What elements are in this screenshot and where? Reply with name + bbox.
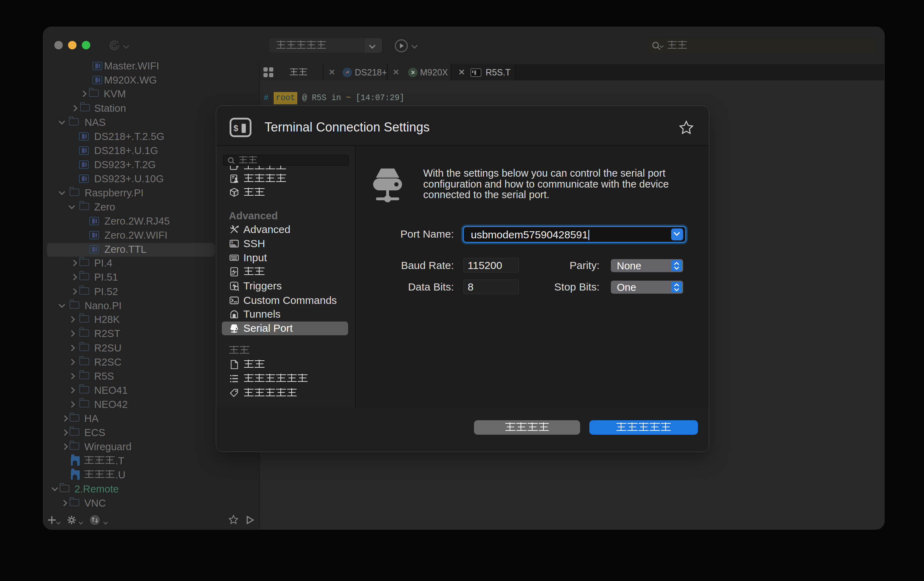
svg-text:$: $ bbox=[231, 240, 233, 244]
